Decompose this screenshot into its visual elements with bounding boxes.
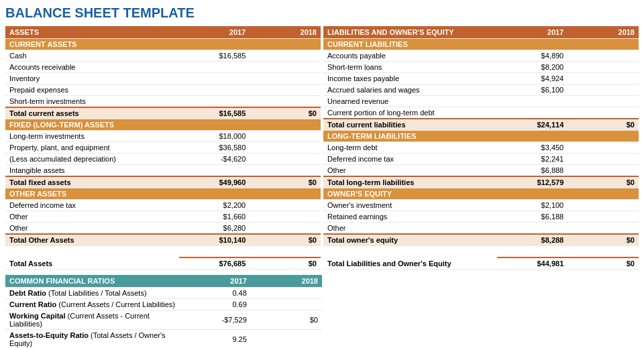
ratio-label: Working Capital (Current Assets - Curren… [5, 310, 180, 330]
row-label: (Less accumulated depreciation) [5, 154, 179, 165]
sub-header: OTHER ASSETS [5, 188, 321, 200]
total-val-2018: $0 [568, 119, 639, 131]
row-val-2017: $18,000 [179, 131, 250, 142]
row-val-2017 [497, 96, 568, 107]
grand-total-val-2018: $0 [250, 257, 321, 270]
total-val-2017: $16,585 [179, 107, 250, 119]
row-val-2018 [250, 200, 321, 211]
row-label: Property, plant, and equipment [5, 142, 179, 154]
row-val-2017: $3,450 [497, 142, 568, 154]
row-label: Income taxes payable [323, 73, 497, 84]
row-val-2018 [250, 223, 321, 235]
row-val-2017 [179, 62, 250, 73]
ratios-table: COMMON FINANCIAL RATIOS 2017 2018 Debt R… [5, 275, 322, 348]
ratio-bold-label: Assets-to-Equity Ratio [9, 331, 89, 339]
total-label: Total current assets [5, 107, 179, 119]
row-val-2018 [568, 165, 639, 177]
grand-total-val-2017: $44,981 [497, 257, 568, 270]
total-val-2017: $24,114 [497, 119, 568, 131]
row-val-2017: $4,890 [497, 50, 568, 62]
liabilities-col-2017: 2017 [497, 26, 568, 39]
row-val-2017 [179, 84, 250, 96]
total-val-2018: $0 [568, 176, 639, 188]
row-label: Owner's investment [323, 200, 497, 211]
row-label: Deferred income tax [5, 200, 179, 211]
ratio-val-2018: $0 [251, 310, 322, 330]
row-val-2018 [568, 62, 639, 73]
sub-header: CURRENT ASSETS [5, 39, 321, 50]
row-label: Other [323, 165, 497, 177]
row-val-2018 [568, 107, 639, 119]
assets-col-2017: 2017 [179, 26, 250, 39]
total-label: Total owner's equity [323, 234, 497, 246]
liabilities-col-2018: 2018 [568, 26, 639, 39]
ratio-val-2017: 0.48 [180, 288, 251, 299]
ratio-val-2017: 9.25 [180, 330, 251, 349]
liabilities-section: LIABILITIES AND OWNER'S EQUITY 2017 2018… [323, 26, 639, 270]
row-label: Accounts receivable [5, 62, 179, 73]
total-val-2018: $0 [250, 176, 321, 188]
row-val-2018 [568, 84, 639, 96]
row-label: Prepaid expenses [5, 84, 179, 96]
row-label: Accrued salaries and wages [323, 84, 497, 96]
row-val-2017: $2,241 [497, 154, 568, 165]
row-label: Short-term investments [5, 96, 179, 108]
row-val-2018 [568, 50, 639, 62]
row-val-2017: -$4,620 [179, 154, 250, 165]
row-label: Deferred income tax [323, 154, 497, 165]
row-label: Intangible assets [5, 165, 179, 177]
row-val-2017 [179, 73, 250, 84]
row-val-2017: $8,200 [497, 62, 568, 73]
row-val-2018 [250, 73, 321, 84]
assets-table: ASSETS 2017 2018 CURRENT ASSETS Cash $16… [5, 26, 321, 270]
ratios-col-2018: 2018 [251, 275, 322, 288]
row-label: Long-term debt [323, 142, 497, 154]
row-val-2017: $6,188 [497, 211, 568, 223]
row-label: Other [5, 211, 179, 223]
total-label: Total Other Assets [5, 234, 179, 246]
row-val-2018 [250, 50, 321, 62]
row-val-2017: $36,580 [179, 142, 250, 154]
ratio-label: Assets-to-Equity Ratio (Total Assets / O… [5, 330, 180, 349]
row-val-2017 [179, 96, 250, 108]
page-title: BALANCE SHEET TEMPLATE [5, 5, 639, 21]
row-label: Cash [5, 50, 179, 62]
sub-header: OWNER'S EQUITY [323, 188, 639, 200]
ratio-label: Debt Ratio (Total Liabilities / Total As… [5, 288, 180, 299]
grand-total-label: Total Liabilities and Owner's Equity [323, 257, 497, 270]
sub-header: CURRENT LIABILITIES [323, 39, 639, 50]
row-val-2017: $2,100 [497, 200, 568, 211]
total-val-2018: $0 [568, 234, 639, 246]
row-val-2018 [250, 165, 321, 177]
row-val-2018 [250, 62, 321, 73]
sub-header: FIXED (LONG-TERM) ASSETS [5, 119, 321, 131]
total-val-2018: $0 [250, 107, 321, 119]
liabilities-header: LIABILITIES AND OWNER'S EQUITY [323, 26, 497, 39]
ratio-bold-label: Working Capital [9, 312, 66, 320]
row-val-2017 [497, 107, 568, 119]
ratio-desc: (Current Assets / Current Liabilities) [56, 300, 175, 308]
row-val-2018 [568, 211, 639, 223]
row-label: Long-term investments [5, 131, 179, 142]
ratio-desc: (Total Liabilities / Total Assets) [46, 289, 147, 297]
total-label: Total fixed assets [5, 176, 179, 188]
row-val-2018 [250, 142, 321, 154]
row-val-2018 [568, 223, 639, 235]
row-val-2018 [250, 84, 321, 96]
ratios-col-2017: 2017 [180, 275, 251, 288]
ratios-section: COMMON FINANCIAL RATIOS 2017 2018 Debt R… [5, 275, 639, 348]
row-label: Unearned revenue [323, 96, 497, 107]
row-label: Current portion of long-term debt [323, 107, 497, 119]
assets-section: ASSETS 2017 2018 CURRENT ASSETS Cash $16… [5, 26, 321, 270]
row-val-2017: $16,585 [179, 50, 250, 62]
row-val-2017: $6,280 [179, 223, 250, 235]
main-grid: ASSETS 2017 2018 CURRENT ASSETS Cash $16… [5, 26, 639, 270]
row-val-2017: $6,888 [497, 165, 568, 177]
row-val-2017: $6,100 [497, 84, 568, 96]
assets-header: ASSETS [5, 26, 179, 39]
row-label: Inventory [5, 73, 179, 84]
total-val-2017: $8,288 [497, 234, 568, 246]
ratio-val-2017: -$7,529 [180, 310, 251, 330]
total-val-2018: $0 [250, 234, 321, 246]
row-val-2017 [179, 165, 250, 177]
